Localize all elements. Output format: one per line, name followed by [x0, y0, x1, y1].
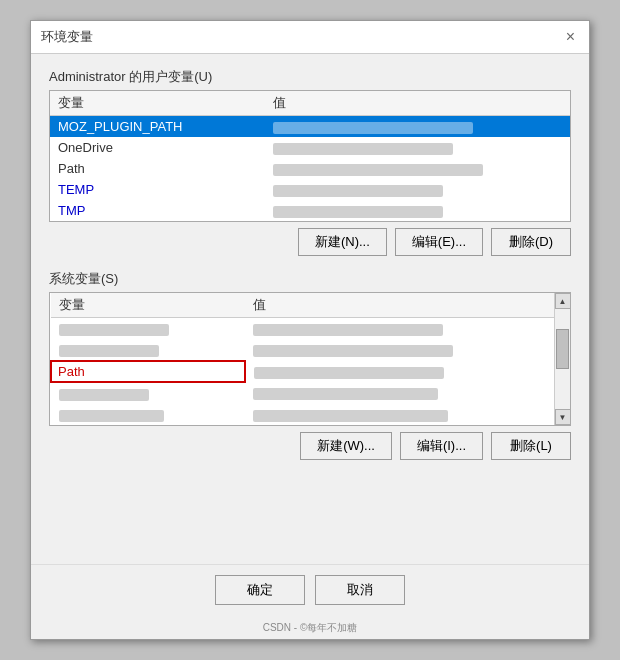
edit-user-button[interactable]: 编辑(E)...: [395, 228, 483, 256]
dialog-title: 环境变量: [41, 28, 93, 46]
user-table-row[interactable]: TEMP: [50, 179, 570, 200]
sys-vars-label: 系统变量(S): [49, 270, 571, 288]
cancel-button[interactable]: 取消: [315, 575, 405, 605]
user-var-value: [265, 158, 570, 179]
user-col-val: 值: [265, 91, 570, 116]
user-var-name: OneDrive: [50, 137, 265, 158]
sys-var-value: [245, 318, 554, 340]
sys-var-value: [245, 361, 554, 382]
ok-button[interactable]: 确定: [215, 575, 305, 605]
scrollbar: ▲ ▼: [554, 293, 570, 425]
delete-user-button[interactable]: 删除(D): [491, 228, 571, 256]
user-var-value: [265, 137, 570, 158]
sys-vars-buttons: 新建(W)... 编辑(I)... 删除(L): [49, 432, 571, 460]
sys-vars-scrollable[interactable]: 变量 值 Path: [50, 293, 570, 425]
sys-variables-section: 系统变量(S) 变量 值 Path ▲: [49, 270, 571, 460]
user-variables-section: Administrator 的用户变量(U) 变量 值 MOZ_PLUGIN_P…: [49, 68, 571, 256]
scroll-up-arrow[interactable]: ▲: [555, 293, 571, 309]
user-var-value: [265, 116, 570, 138]
sys-vars-table: 变量 值 Path: [50, 293, 554, 425]
sys-vars-table-container: 变量 值 Path ▲ ▼: [49, 292, 571, 426]
user-table-row[interactable]: OneDrive: [50, 137, 570, 158]
sys-table-row[interactable]: [51, 318, 554, 340]
user-vars-label: Administrator 的用户变量(U): [49, 68, 571, 86]
sys-table-row[interactable]: Path: [51, 361, 554, 382]
delete-sys-button[interactable]: 删除(L): [491, 432, 571, 460]
user-vars-table: 变量 值 MOZ_PLUGIN_PATHOneDrivePathTEMPTMP: [50, 91, 570, 221]
title-bar: 环境变量 ×: [31, 21, 589, 54]
watermark: CSDN - ©每年不加糖: [31, 621, 589, 639]
scroll-down-arrow[interactable]: ▼: [555, 409, 571, 425]
sys-table-row[interactable]: [51, 339, 554, 361]
user-var-name: Path: [50, 158, 265, 179]
sys-var-name: [51, 339, 245, 361]
user-table-row[interactable]: Path: [50, 158, 570, 179]
sys-var-name: [51, 318, 245, 340]
user-table-row[interactable]: MOZ_PLUGIN_PATH: [50, 116, 570, 138]
sys-col-var: 变量: [51, 293, 245, 318]
user-var-value: [265, 179, 570, 200]
sys-table-row[interactable]: [51, 382, 554, 404]
user-var-name: TEMP: [50, 179, 265, 200]
user-var-name: TMP: [50, 200, 265, 221]
new-user-button[interactable]: 新建(N)...: [298, 228, 387, 256]
sys-col-val: 值: [245, 293, 554, 318]
sys-var-name: Path: [51, 361, 245, 382]
scrollbar-thumb[interactable]: [556, 329, 569, 369]
user-var-value: [265, 200, 570, 221]
sys-var-value: [245, 382, 554, 404]
scrollbar-track-area: [555, 309, 570, 409]
edit-sys-button[interactable]: 编辑(I)...: [400, 432, 483, 460]
user-vars-buttons: 新建(N)... 编辑(E)... 删除(D): [49, 228, 571, 256]
user-vars-table-container: 变量 值 MOZ_PLUGIN_PATHOneDrivePathTEMPTMP: [49, 90, 571, 222]
sys-var-value: [245, 404, 554, 425]
sys-var-name: [51, 404, 245, 425]
close-button[interactable]: ×: [562, 27, 579, 47]
footer-buttons: 确定 取消: [31, 564, 589, 621]
environment-variables-dialog: 环境变量 × Administrator 的用户变量(U) 变量 值 MOZ_P…: [30, 20, 590, 640]
sys-table-row[interactable]: [51, 404, 554, 425]
sys-var-name: [51, 382, 245, 404]
user-table-row[interactable]: TMP: [50, 200, 570, 221]
new-sys-button[interactable]: 新建(W)...: [300, 432, 392, 460]
user-col-var: 变量: [50, 91, 265, 116]
dialog-body: Administrator 的用户变量(U) 变量 值 MOZ_PLUGIN_P…: [31, 54, 589, 564]
sys-var-value: [245, 339, 554, 361]
user-var-name: MOZ_PLUGIN_PATH: [50, 116, 265, 138]
